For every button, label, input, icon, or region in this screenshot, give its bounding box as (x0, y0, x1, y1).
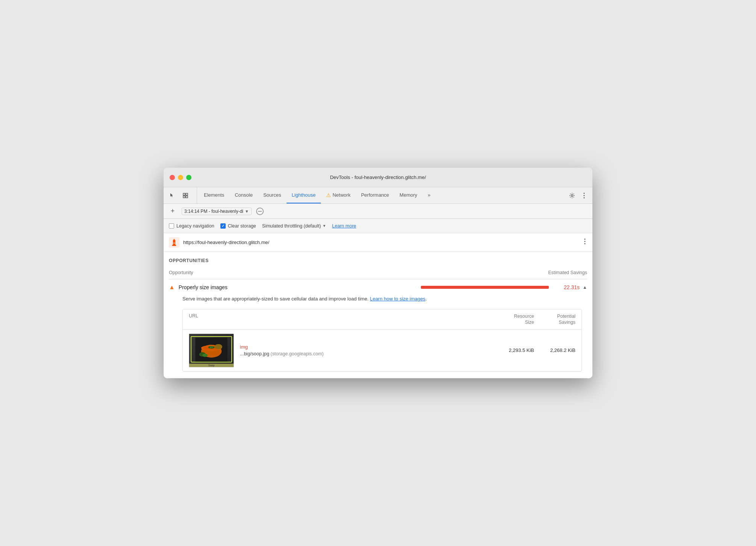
audit-learn-link[interactable]: Learn how to size images (370, 296, 425, 302)
warning-icon: ⚠ (326, 192, 331, 198)
audit-chevron-icon[interactable]: ▲ (583, 285, 587, 290)
tab-network[interactable]: ⚠ Network (321, 187, 356, 203)
minimize-button[interactable] (178, 175, 183, 180)
col-header-savings: Estimated Savings (527, 270, 587, 275)
detail-col-savings-header: Potential Savings (534, 313, 575, 326)
tab-bar: Elements Console Sources Lighthouse ⚠ Ne… (164, 187, 592, 204)
more-options-icon[interactable] (579, 190, 589, 201)
audit-savings-value: 22.31s (553, 284, 580, 290)
page-url: https://foul-heavenly-direction.glitch.m… (183, 240, 579, 245)
legacy-nav-checkbox-label[interactable]: Legacy navigation (169, 223, 214, 229)
pointer-icon[interactable] (167, 190, 177, 201)
learn-more-link[interactable]: Learn more (332, 223, 356, 229)
tab-lighthouse[interactable]: Lighthouse (287, 187, 321, 203)
audit-row-properly-size-images: ▲ Properly size images 22.31s ▲ Serve im… (169, 279, 587, 378)
tab-items: Elements Console Sources Lighthouse ⚠ Ne… (199, 187, 564, 203)
devtools-window: DevTools - foul-heavenly-direction.glitc… (164, 168, 592, 378)
svg-point-12 (584, 239, 586, 240)
devtools-icons (167, 187, 197, 203)
tab-console[interactable]: Console (229, 187, 258, 203)
clear-storage-checkbox-label[interactable]: Clear storage (220, 223, 256, 229)
url-menu-icon[interactable] (583, 237, 587, 248)
lighthouse-logo-icon (169, 237, 179, 248)
tab-memory[interactable]: Memory (394, 187, 422, 203)
detail-resource-size: 2,293.5 KiB (496, 347, 534, 353)
col-header-opportunity: Opportunity (169, 270, 527, 275)
svg-rect-2 (183, 196, 185, 198)
legacy-nav-checkbox[interactable] (169, 223, 174, 229)
window-title: DevTools - foul-heavenly-direction.glitc… (330, 174, 426, 180)
tab-performance[interactable]: Performance (356, 187, 394, 203)
svg-rect-1 (186, 193, 188, 195)
url-bar: https://foul-heavenly-direction.glitch.m… (164, 233, 592, 252)
svg-point-4 (571, 194, 573, 196)
close-button[interactable] (170, 175, 175, 180)
detail-col-resource-header: Resource Size (496, 313, 534, 326)
secondary-bar: + 3:14:14 PM - foul-heavenly-di ▼ (164, 204, 592, 219)
detail-table: URL Resource Size Potential Savings (182, 309, 582, 372)
detail-tag: img (240, 344, 496, 350)
dropdown-icon: ▼ (245, 209, 249, 214)
audit-bar-container (421, 286, 549, 289)
svg-point-7 (584, 197, 585, 198)
svg-point-13 (584, 241, 586, 242)
image-thumbnail: Soop (189, 334, 234, 367)
svg-point-5 (584, 193, 585, 194)
svg-rect-10 (172, 245, 176, 246)
main-content: https://foul-heavenly-direction.glitch.m… (164, 233, 592, 378)
inspect-icon[interactable] (180, 190, 191, 201)
title-bar: DevTools - foul-heavenly-direction.glitc… (164, 168, 592, 187)
audit-title: Properly size images (179, 284, 421, 290)
detail-url-col: img ...big/soop.jpg (storage.googleapis.… (240, 344, 496, 356)
audit-header[interactable]: ▲ Properly size images 22.31s ▲ (169, 279, 587, 295)
throttling-dropdown-icon: ▼ (322, 224, 326, 228)
no-entry-icon[interactable] (256, 208, 264, 215)
audit-warning-icon: ▲ (169, 284, 175, 291)
maximize-button[interactable] (186, 175, 191, 180)
opportunities-table-header: Opportunity Estimated Savings (169, 268, 587, 279)
options-bar: Legacy navigation Clear storage Simulate… (164, 219, 592, 233)
traffic-lights (170, 175, 191, 180)
opportunities-section: OPPORTUNITIES Opportunity Estimated Savi… (164, 252, 592, 378)
tab-elements[interactable]: Elements (199, 187, 229, 203)
session-selector[interactable]: 3:14:14 PM - foul-heavenly-di ▼ (182, 208, 252, 215)
add-session-button[interactable]: + (168, 207, 177, 216)
audit-description: Serve images that are appropriately-size… (182, 295, 582, 303)
svg-rect-0 (183, 193, 185, 195)
detail-col-url-header: URL (189, 313, 496, 326)
clear-storage-checkbox[interactable] (220, 223, 226, 229)
svg-point-14 (584, 243, 586, 244)
tab-bar-right (564, 187, 589, 203)
tab-sources[interactable]: Sources (258, 187, 287, 203)
detail-potential-savings: 2,268.2 KiB (534, 347, 575, 353)
opportunities-title: OPPORTUNITIES (169, 258, 587, 263)
svg-rect-11 (173, 243, 175, 244)
svg-rect-3 (186, 196, 188, 198)
audit-savings-bar (421, 286, 549, 289)
detail-url-domain: (storage.googleapis.com) (270, 351, 323, 356)
detail-table-header: URL Resource Size Potential Savings (183, 309, 581, 330)
throttling-selector[interactable]: Simulated throttling (default) ▼ (262, 223, 326, 229)
svg-point-6 (584, 195, 585, 196)
tab-more[interactable]: » (422, 187, 436, 203)
settings-icon[interactable] (567, 190, 577, 201)
audit-detail: Serve images that are appropriately-size… (169, 295, 587, 378)
detail-table-row: Soop img ...big/soop.jpg (storage.google… (183, 330, 581, 372)
detail-url-short: ...big/soop.jpg (240, 351, 269, 356)
